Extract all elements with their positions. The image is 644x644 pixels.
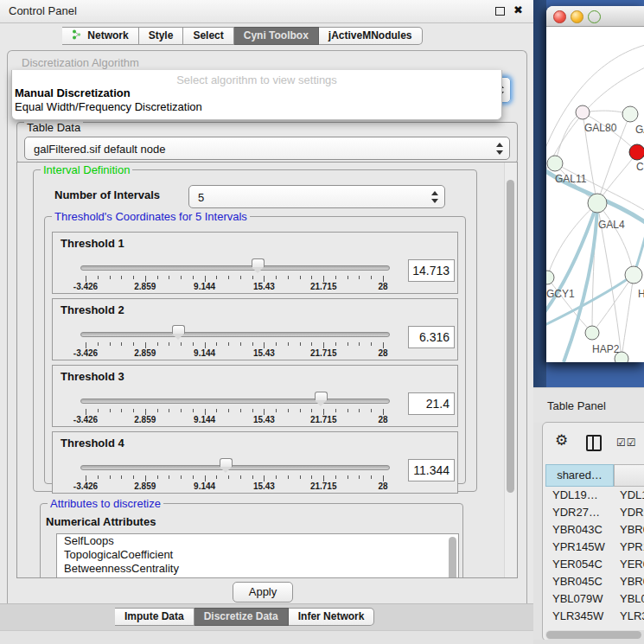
bottom-tab-band: Impute Data Discretize Data Infer Networ… <box>0 603 533 644</box>
table-row[interactable]: YLR345W YLR3 <box>545 608 644 625</box>
dropdown-option[interactable]: Equal Width/Frequency Discretization <box>12 100 501 114</box>
attribute-item[interactable]: SelfLoops <box>57 534 458 548</box>
close-icon[interactable]: ✖ <box>513 3 523 17</box>
table-row[interactable]: YDR27… YDR2 <box>545 504 644 521</box>
bottom-tab[interactable]: Infer Network <box>289 608 375 626</box>
dropdown-option[interactable]: Manual Discretization <box>12 86 501 100</box>
cell-shared-name: YLR345W <box>552 608 603 625</box>
horizontal-scrollbar[interactable] <box>545 630 644 640</box>
network-graph: GAL80 GA C GAL11 GAL4 GCY1 H HAP2 <box>546 27 644 362</box>
split-table-icon[interactable] <box>586 435 602 451</box>
network-node[interactable] <box>547 156 563 171</box>
cell-name: YLR3 <box>620 608 644 625</box>
threshold-label: Threshold 2 <box>61 303 124 316</box>
threshold-value-field[interactable]: 21.4 <box>408 392 455 415</box>
table-data-combo[interactable]: galFiltered.sif default node <box>24 137 510 160</box>
network-canvas[interactable]: GAL80 GA C GAL11 GAL4 GCY1 H HAP2 <box>546 27 644 362</box>
threshold-slider-track[interactable] <box>80 265 390 271</box>
network-node[interactable] <box>622 106 638 122</box>
interval-definition-group: Interval Definition Number of Intervals … <box>33 169 477 492</box>
cell-name: YBR0 <box>620 573 644 590</box>
control-panel-titlebar: Control Panel ✖ <box>0 0 533 23</box>
network-node[interactable] <box>625 266 642 284</box>
node-label: GAL11 <box>555 173 587 185</box>
node-label: GAL4 <box>598 219 625 231</box>
attributes-group-label: Attributes to discretize <box>48 497 163 510</box>
number-of-intervals-combo[interactable]: 5 <box>188 185 445 208</box>
threshold-slider-track[interactable] <box>80 332 390 337</box>
threshold-slider-track[interactable] <box>80 399 390 404</box>
threshold-slider-thumb[interactable] <box>315 392 328 400</box>
checkbox-icons[interactable]: ☑☑ <box>616 437 637 449</box>
threshold-slider-thumb[interactable] <box>172 325 185 334</box>
tab-label: Cyni Toolbox <box>244 29 309 41</box>
column-header-shared[interactable]: shared… <box>545 464 614 487</box>
threshold-value-field[interactable]: 11.344 <box>408 459 455 481</box>
threshold-box: Threshold 2 -3.4262.8599.14415.4321.7152… <box>52 298 458 360</box>
node-label: GA <box>635 124 644 136</box>
table-panel: ⚙ ☑☑ shared… na YDL19… YDL1 YDR27… YDR2 … <box>542 422 644 641</box>
threshold-box: Threshold 1 -3.4262.8599.14415.4321.7152… <box>52 232 458 294</box>
cell-shared-name: YBL079W <box>552 590 603 608</box>
scrollbar-thumb[interactable] <box>507 180 514 493</box>
minimize-traffic-light-icon[interactable] <box>571 10 583 23</box>
gear-icon[interactable]: ⚙ <box>555 431 568 450</box>
table-data-group-label: Table Data <box>24 121 83 134</box>
tab[interactable]: jActiveMNodules <box>319 27 423 45</box>
tab[interactable]: Select <box>183 27 233 45</box>
table-row[interactable]: YBL079W YBL0 <box>545 590 644 608</box>
threshold-slider-thumb[interactable] <box>252 258 265 267</box>
tab-label: jActiveMNodules <box>328 29 412 41</box>
table-row[interactable]: YBR043C YBR0 <box>545 521 644 539</box>
network-node[interactable] <box>546 271 554 284</box>
thresholds-group: Threshold's Coordinates for 5 Intervals … <box>44 216 466 484</box>
table-row[interactable]: YPR145W YPR1 <box>545 539 644 556</box>
algorithm-dropdown: Select algorithm to view settings Manual… <box>11 70 502 120</box>
zoom-traffic-light-icon[interactable] <box>588 10 601 23</box>
column-header-name[interactable]: na <box>614 464 644 487</box>
threshold-slider-track[interactable] <box>80 465 390 470</box>
tab-label: Network <box>87 29 128 41</box>
network-view-window: GAL80 GA C GAL11 GAL4 GCY1 H HAP2 <box>546 6 644 362</box>
window-title: Control Panel <box>9 4 77 17</box>
threshold-value-field[interactable]: 14.713 <box>408 259 455 282</box>
tab-label: Style <box>149 29 174 41</box>
tab[interactable]: Style <box>139 27 184 45</box>
network-node[interactable] <box>585 326 599 340</box>
vertical-scrollbar[interactable] <box>504 163 517 577</box>
attribute-item[interactable]: TopologicalCoefficient <box>57 548 458 562</box>
dropdown-options: Manual DiscretizationEqual Width/Frequen… <box>12 86 501 114</box>
cell-name: YIL0 <box>620 625 643 628</box>
table-panel-titlebar: Table Panel <box>533 387 644 423</box>
cell-shared-name: YBR045C <box>552 573 603 590</box>
bottom-tab[interactable]: Discretize Data <box>194 608 289 626</box>
tab[interactable]: Network <box>62 27 139 45</box>
table-header-row: shared… na <box>545 464 644 487</box>
table-row[interactable]: YER054C YER0 <box>545 556 644 573</box>
attribute-item[interactable]: BetweennessCentrality <box>57 562 458 576</box>
stepper-icon <box>495 143 503 155</box>
bottom-tab[interactable]: Impute Data <box>115 608 194 626</box>
list-scrollbar[interactable] <box>449 537 456 578</box>
scrollbar-thumb[interactable] <box>546 631 641 639</box>
interval-definition-label: Interval Definition <box>41 163 132 176</box>
settings-scrollpane: Interval Definition Number of Intervals … <box>16 162 518 578</box>
table-row[interactable]: YDL19… YDL1 <box>545 487 644 504</box>
network-node-selected[interactable] <box>629 144 644 160</box>
numerical-attributes-list[interactable]: SelfLoopsTopologicalCoefficientBetweenne… <box>56 533 459 578</box>
table-row[interactable]: YBR045C YBR0 <box>545 573 644 590</box>
network-node[interactable] <box>588 194 607 213</box>
threshold-value-field[interactable]: 6.316 <box>408 326 455 348</box>
close-traffic-light-icon[interactable] <box>553 10 566 23</box>
network-node[interactable] <box>576 105 590 119</box>
tab[interactable]: Cyni Toolbox <box>234 27 319 45</box>
attributes-group: Attributes to discretize Numerical Attri… <box>40 503 463 578</box>
tab-label: Select <box>193 29 223 41</box>
cell-shared-name: YPR145W <box>552 539 605 556</box>
float-window-icon[interactable] <box>495 7 505 16</box>
threshold-slider-thumb[interactable] <box>220 458 233 467</box>
table-row[interactable]: YIL052C YIL0 <box>545 625 644 628</box>
bottom-filler <box>533 640 644 644</box>
apply-button[interactable]: Apply <box>233 582 293 603</box>
stepper-icon <box>430 191 438 203</box>
